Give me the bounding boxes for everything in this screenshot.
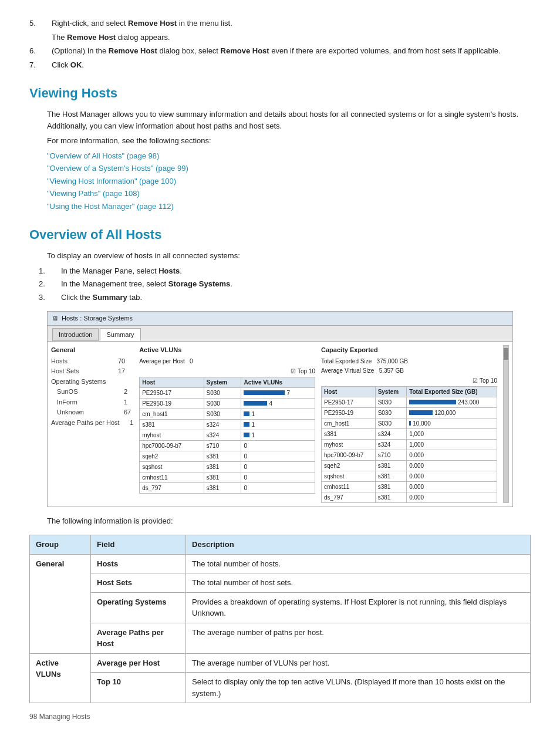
capacity-table: Host System Total Exported Size (GB) PE2… <box>321 386 497 503</box>
tab-introduction[interactable]: Introduction <box>52 328 99 342</box>
ov-step-1-number: 1. <box>39 265 52 277</box>
viewing-hosts-body: The Host Manager allows you to view summ… <box>47 109 531 131</box>
ov-step-2-number: 2. <box>39 278 52 290</box>
link-overview-all[interactable]: "Overview of All Hosts" (page 98) <box>47 150 531 162</box>
window-icon: 🖥 <box>52 314 58 323</box>
vluns-col-host: Host <box>140 377 204 387</box>
table-row: sqeh2s3810 <box>140 451 315 461</box>
step-7-number: 7. <box>29 59 42 71</box>
step-5-number: 5. <box>29 18 42 29</box>
top10-cap-check[interactable]: ☑ Top 10 <box>321 376 497 385</box>
unknown-row: Unknown67 <box>57 407 133 417</box>
desc-operating-systems: Provides a breakdown of operating system… <box>186 592 531 623</box>
table-row: Top 10 Select to display only the top te… <box>30 673 531 703</box>
table-row: myhosts324 1 <box>140 430 315 440</box>
info-table: Group Field Description General Hosts Th… <box>29 535 531 703</box>
overview-body: To display an overview of hosts in all c… <box>47 250 531 262</box>
ov-step-2-text: In the Management tree, select Storage S… <box>61 278 232 290</box>
table-row: Active VLUNs Average per Host The averag… <box>30 653 531 673</box>
link-overview-system[interactable]: "Overview of a System's Hosts" (page 99) <box>47 163 531 174</box>
desc-host-sets: The total number of host sets. <box>186 573 531 593</box>
hosts-row: Hosts70 <box>51 356 133 366</box>
table-row: hpc7000-09-b7s7100 <box>140 440 315 451</box>
scroll-thumb[interactable] <box>504 348 508 360</box>
step-7-text: Click OK. <box>52 59 84 71</box>
step-5-text: Right-click, and select Remove Host in t… <box>52 18 232 29</box>
screenshot-tabs: Introduction Summary <box>48 326 512 342</box>
info-table-group-header: Group <box>30 535 91 555</box>
table-row: PE2950-17S030 243.000 <box>322 397 497 407</box>
table-row: cm_host1S030 10,000 <box>322 418 497 428</box>
field-host-sets: Host Sets <box>91 573 186 593</box>
table-row: PE2950-19S030 4 <box>140 398 315 409</box>
cap-col-host: Host <box>322 386 376 397</box>
ov-step-1-text: In the Manager Pane, select Hosts. <box>61 265 182 277</box>
active-vluns-section: Active VLUNs Average per Host 0 ☑ Top 10… <box>139 345 315 503</box>
top10-vluns-check[interactable]: ☑ Top 10 <box>139 367 315 376</box>
cap-col-size: Total Exported Size (GB) <box>407 386 497 397</box>
desc-hosts: The total number of hosts. <box>186 554 531 573</box>
tab-summary[interactable]: Summary <box>100 328 140 342</box>
ov-step-3-number: 3. <box>39 292 52 303</box>
field-operating-systems: Operating Systems <box>91 592 186 623</box>
capacity-exported-label: Capacity Exported <box>321 345 497 355</box>
active-vluns-label: Active VLUNs <box>139 345 315 355</box>
screenshot-titlebar: 🖥 Hosts : Storage Systems <box>48 312 512 326</box>
table-row: hpc7000-09-b7s7100.000 <box>322 450 497 460</box>
desc-avg-per-host: The average number of VLUNs per host. <box>186 653 531 673</box>
table-row: Operating Systems Provides a breakdown o… <box>30 592 531 623</box>
inform-row: InForm1 <box>57 397 133 407</box>
operating-systems-label: Operating Systems <box>51 377 133 387</box>
table-row: myhosts3241,000 <box>322 439 497 450</box>
table-row: ds_797s3810.000 <box>322 492 497 502</box>
table-row: s381s324 1 <box>140 419 315 430</box>
overview-all-hosts-heading: Overview of All Hosts <box>29 225 531 244</box>
table-row: sqeh2s3810.000 <box>322 460 497 471</box>
avg-paths-row: Average Paths per Host1 <box>51 418 133 428</box>
table-row: cmhost11s3810 <box>140 472 315 482</box>
vluns-table: Host System Active VLUNs PE2950-17S030 7 <box>139 377 315 494</box>
table-row: PE2950-19S030 120,000 <box>322 407 497 418</box>
total-exported-row: Total Exported Size 375,000 GB <box>321 357 497 366</box>
general-section: General Hosts70 Host Sets17 Operating Sy… <box>51 345 133 503</box>
avg-per-host-row: Average per Host 0 <box>139 357 315 366</box>
group-general: General <box>30 554 91 653</box>
ov-step-3-text: Click the Summary tab. <box>61 292 142 303</box>
scrollbar[interactable] <box>503 345 509 503</box>
host-sets-row: Host Sets17 <box>51 366 133 376</box>
table-row: cm_host1S030 1 <box>140 409 315 419</box>
field-avg-per-host: Average per Host <box>91 653 186 673</box>
link-viewing-host-info[interactable]: "Viewing Host Information" (page 100) <box>47 175 531 187</box>
link-using-host-manager[interactable]: "Using the Host Manager" (page 112) <box>47 201 531 212</box>
viewing-hosts-heading: Viewing Hosts <box>29 83 531 103</box>
cap-col-system: System <box>375 386 407 397</box>
viewing-hosts-links: "Overview of All Hosts" (page 98) "Overv… <box>47 150 531 212</box>
desc-avg-paths: The average number of paths per host. <box>186 623 531 653</box>
vluns-col-system: System <box>204 377 241 387</box>
table-row: sqshosts3810 <box>140 461 315 472</box>
table-row: General Hosts The total number of hosts. <box>30 554 531 573</box>
screenshot-title: Hosts : Storage Systems <box>62 313 133 323</box>
step-5-subtext: The Remove Host dialog appears. <box>52 32 170 43</box>
vluns-col-active: Active VLUNs <box>241 377 315 387</box>
desc-top10: Select to display only the top ten activ… <box>186 673 531 703</box>
info-table-desc-header: Description <box>186 535 531 555</box>
sunos-row: SunOS2 <box>57 387 133 397</box>
table-row: cmhost11s3810.000 <box>322 481 497 492</box>
general-label: General <box>51 345 133 355</box>
table-row: PE2950-17S030 7 <box>140 387 315 398</box>
step-6-text: (Optional) In the Remove Host dialog box… <box>52 45 501 57</box>
field-avg-paths: Average Paths per Host <box>91 623 186 653</box>
for-more-text: For more information, see the following … <box>47 135 531 147</box>
avg-virtual-row: Average Virtual Size 5.357 GB <box>321 366 497 375</box>
screenshot-container: 🖥 Hosts : Storage Systems Introduction S… <box>47 311 513 507</box>
table-row: Host Sets The total number of host sets. <box>30 573 531 593</box>
capacity-exported-section: Capacity Exported Total Exported Size 37… <box>321 345 497 503</box>
following-info-text: The following information is provided: <box>47 515 531 527</box>
info-table-field-header: Field <box>91 535 186 555</box>
table-row: Average Paths per Host The average numbe… <box>30 623 531 653</box>
table-row: ds_797s3810 <box>140 482 315 493</box>
group-active-vluns: Active VLUNs <box>30 653 91 703</box>
table-row: sqshosts3810.000 <box>322 471 497 481</box>
link-viewing-paths[interactable]: "Viewing Paths" (page 108) <box>47 188 531 200</box>
